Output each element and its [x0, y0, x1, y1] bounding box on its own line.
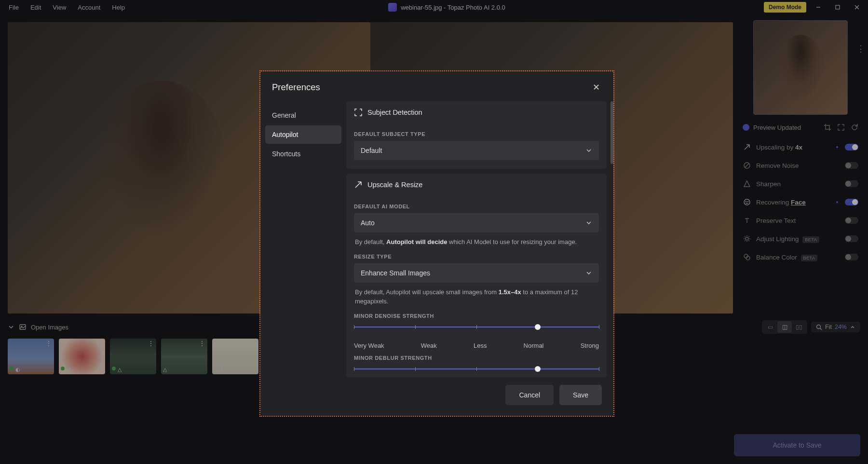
activate-to-save-button[interactable]: Activate to Save	[734, 434, 860, 456]
minor-deblur-label: Minor Deblur Strength	[354, 349, 599, 365]
svg-point-6	[744, 199, 750, 205]
maximize-button[interactable]	[830, 2, 845, 12]
title-text: webinar-55.jpg - Topaz Photo AI 2.0.0	[401, 4, 505, 11]
thumbnail-3[interactable]: ⋮△	[110, 339, 156, 374]
minor-denoise-label: Minor Denoise Strength	[354, 307, 599, 323]
svg-line-5	[745, 164, 749, 167]
balance-color-toggle[interactable]	[845, 254, 858, 260]
chevron-down-icon[interactable]	[8, 324, 14, 330]
close-icon[interactable]: ✕	[590, 82, 602, 93]
close-window-button[interactable]	[850, 2, 864, 12]
open-images-label[interactable]: Open Images	[31, 324, 68, 331]
preserve-text-toggle[interactable]	[845, 217, 858, 224]
menu-file[interactable]: File	[4, 2, 24, 13]
menu-help[interactable]: Help	[107, 2, 130, 13]
chevron-down-icon	[585, 147, 592, 154]
thumb-expand-icon: ⤢	[67, 367, 71, 373]
view-mode-segment[interactable]: ▭ ◫ ▯▯	[762, 320, 807, 334]
fullscreen-icon[interactable]	[837, 123, 845, 131]
adjust-lighting-label: Adjust Lighting BETA	[756, 235, 840, 243]
adjust-lighting-toggle[interactable]	[845, 235, 858, 242]
enh-remove-noise-row[interactable]: Remove Noise	[739, 156, 862, 175]
enh-sharpen-row[interactable]: Sharpen	[739, 175, 862, 193]
scrollbar[interactable]	[610, 101, 613, 164]
save-button[interactable]: Save	[559, 385, 602, 405]
preserve-text-label: Preserve Text	[756, 217, 840, 224]
enh-balance-color-row[interactable]: Balance Color BETA	[739, 248, 862, 266]
tab-general[interactable]: General	[265, 106, 341, 124]
tab-shortcuts[interactable]: Shortcuts	[265, 145, 341, 163]
preview-thumbnail[interactable]	[753, 20, 848, 115]
thumb-more-icon[interactable]: ⋮	[250, 340, 257, 347]
upscaling-toggle[interactable]	[845, 144, 858, 150]
tab-autopilot[interactable]: Autopilot	[265, 125, 341, 144]
color-icon	[743, 253, 751, 261]
thumb-more-icon[interactable]: ⋮	[199, 340, 205, 347]
recovering-toggle[interactable]	[845, 199, 858, 205]
denoise-slider-labels: Very WeakWeakLessNormalStrong	[354, 340, 599, 349]
svg-point-8	[748, 202, 748, 202]
subject-detection-title: Subject Detection	[367, 109, 422, 116]
panel-more-icon[interactable]: ⋮	[856, 43, 865, 54]
minor-denoise-slider[interactable]	[354, 323, 599, 340]
modal-title: Preferences	[272, 82, 320, 93]
sharpen-toggle[interactable]	[845, 180, 858, 187]
titlebar: File Edit View Account Help webinar-55.j…	[0, 0, 868, 14]
minor-deblur-slider[interactable]	[354, 365, 599, 378]
select-value: Default	[361, 147, 382, 154]
svg-point-14	[817, 325, 821, 328]
zoom-control[interactable]: Fit 24%	[811, 322, 860, 332]
face-icon	[743, 198, 751, 206]
status-check-icon	[743, 124, 749, 131]
text-icon	[743, 216, 751, 225]
subject-detection-icon	[354, 108, 363, 117]
recovering-label: Recovering Face	[756, 199, 831, 206]
view-side-icon[interactable]: ▯▯	[792, 321, 806, 333]
remove-noise-toggle[interactable]	[845, 162, 858, 169]
menu-account[interactable]: Account	[73, 2, 105, 13]
noise-icon	[743, 161, 751, 170]
enh-preserve-text-row[interactable]: Preserve Text	[739, 211, 862, 230]
thumb-more-icon[interactable]: ⋮	[45, 340, 52, 347]
svg-rect-1	[836, 5, 840, 9]
enh-adjust-lighting-row[interactable]: Adjust Lighting BETA	[739, 230, 862, 248]
view-single-icon[interactable]: ▭	[763, 321, 777, 333]
crop-icon[interactable]	[824, 123, 831, 131]
thumb-status-dot	[61, 367, 65, 370]
select-value: Enhance Small Images	[361, 269, 430, 277]
zoom-icon	[816, 324, 822, 330]
indicator-dot	[836, 146, 838, 148]
resize-type-select[interactable]: Enhance Small Images	[354, 263, 599, 283]
default-ai-model-label: Default AI Model	[354, 198, 599, 213]
window-title: webinar-55.jpg - Topaz Photo AI 2.0.0	[130, 3, 764, 12]
cancel-button[interactable]: Cancel	[505, 385, 554, 405]
sharpen-label: Sharpen	[756, 180, 840, 188]
thumbnail-5[interactable]: ⋮△T	[212, 339, 258, 374]
demo-mode-badge: Demo Mode	[764, 2, 806, 13]
select-value: Auto	[361, 219, 375, 227]
balance-color-label: Balance Color BETA	[756, 254, 840, 261]
default-subject-type-label: Default Subject Type	[354, 125, 599, 141]
thumbnail-4[interactable]: ⋮△	[161, 339, 207, 374]
thumbnail-1[interactable]: ⋮◐	[8, 339, 54, 374]
sharpen-icon	[743, 179, 751, 188]
thumb-more-icon[interactable]: ⋮	[96, 340, 103, 347]
menu-edit[interactable]: Edit	[26, 2, 46, 13]
thumb-sharpen-icon: △	[214, 367, 218, 373]
enh-upscaling-row[interactable]: Upscaling by 4x	[739, 138, 862, 156]
svg-line-15	[820, 328, 822, 330]
default-ai-model-select[interactable]: Auto	[354, 213, 599, 232]
minimize-button[interactable]	[811, 2, 826, 12]
default-subject-type-select[interactable]: Default	[354, 141, 599, 160]
refresh-icon[interactable]	[851, 123, 858, 131]
right-panel: ⋮ Preview Updated Upscaling by 4x Remove…	[733, 14, 868, 314]
view-split-icon[interactable]: ◫	[777, 321, 792, 333]
preview-status-text: Preview Updated	[753, 124, 801, 131]
thumb-more-icon[interactable]: ⋮	[148, 340, 154, 347]
zoom-percent: 24%	[835, 324, 847, 330]
enh-recovering-row[interactable]: Recovering Face	[739, 193, 862, 211]
thumbnail-2[interactable]: ⋮⤢	[59, 339, 105, 374]
chevron-up-icon[interactable]	[850, 324, 855, 330]
menu-view[interactable]: View	[48, 2, 71, 13]
chevron-down-icon	[585, 270, 592, 276]
